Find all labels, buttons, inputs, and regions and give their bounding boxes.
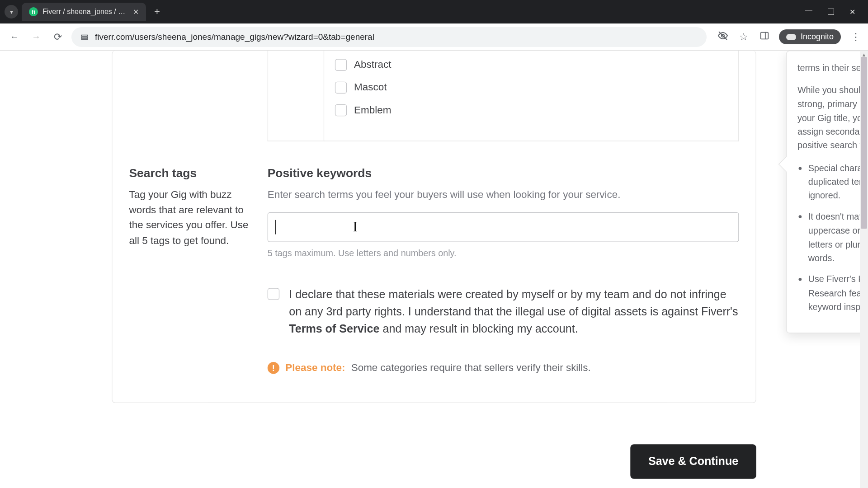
bookmark-star-icon[interactable]: ☆: [737, 31, 750, 43]
positive-keywords-hint: 5 tags maximum. Use letters and numbers …: [268, 248, 739, 258]
metadata-category-box: Abstract Mascot Emblem: [268, 51, 739, 141]
tip-bullet: Special characters and duplicated terms …: [808, 161, 868, 202]
gig-form-card: Abstract Mascot Emblem: [112, 51, 756, 403]
option-label: Emblem: [354, 104, 391, 116]
declaration-text: I declare that these materials were crea…: [289, 285, 739, 338]
option-label: Mascot: [354, 82, 387, 94]
forward-button[interactable]: →: [28, 29, 44, 45]
tab-favicon: fi: [29, 7, 38, 16]
url-text: fiverr.com/users/sheena_jones/manage_gig…: [95, 32, 374, 42]
positive-keywords-input[interactable]: I: [268, 212, 739, 242]
scrollbar-thumb[interactable]: [861, 57, 867, 229]
checkbox[interactable]: [335, 59, 347, 70]
note-text: Some categories require that sellers ver…: [351, 362, 591, 374]
metadata-option-mascot[interactable]: Mascot: [335, 82, 728, 94]
metadata-option-emblem[interactable]: Emblem: [335, 104, 728, 116]
text-caret: [275, 220, 276, 234]
tip-bullet: Use Fiverr's Keyword Research feature fo…: [808, 272, 868, 314]
keywords-tip-tooltip: terms in their searches. While you shoul…: [786, 51, 868, 333]
metadata-options-panel: Abstract Mascot Emblem: [324, 51, 739, 141]
browser-menu-button[interactable]: ⋮: [849, 31, 862, 43]
browser-tab[interactable]: fi Fiverr / sheena_jones / Create a ✕: [22, 3, 146, 21]
terms-of-service-link[interactable]: Terms of Service: [289, 323, 379, 335]
svg-rect-5: [761, 32, 769, 39]
incognito-indicator[interactable]: Incognito: [779, 29, 841, 44]
tip-intro-tail: terms in their searches.: [797, 61, 868, 75]
positive-keywords-description: Enter search terms you feel your buyers …: [268, 187, 739, 202]
incognito-label: Incognito: [801, 32, 834, 42]
back-button[interactable]: ←: [6, 29, 23, 45]
eye-off-icon[interactable]: [717, 30, 729, 44]
declaration-checkbox[interactable]: [268, 288, 279, 300]
search-tags-heading: Search tags: [129, 166, 250, 180]
tip-bullet: It doesn't matter if you use uppercase o…: [808, 209, 868, 265]
info-icon: !: [268, 362, 279, 374]
checkbox[interactable]: [335, 82, 347, 94]
new-tab-button[interactable]: +: [154, 6, 160, 18]
address-bar[interactable]: fiverr.com/users/sheena_jones/manage_gig…: [71, 27, 707, 47]
svg-rect-0: [81, 35, 88, 36]
tab-title: Fiverr / sheena_jones / Create a: [42, 8, 128, 16]
reload-button[interactable]: ⟳: [50, 29, 66, 45]
svg-rect-1: [81, 37, 88, 38]
tab-search-button[interactable]: ▾: [5, 5, 18, 19]
positive-keywords-heading: Positive keywords: [268, 166, 739, 180]
metadata-category-left-panel: [268, 51, 324, 141]
option-label: Abstract: [354, 59, 391, 70]
window-minimize-button[interactable]: —: [805, 6, 812, 14]
note-label: Please note:: [285, 362, 345, 374]
window-maximize-button[interactable]: [828, 9, 834, 15]
site-info-icon[interactable]: [80, 32, 90, 42]
side-panel-icon[interactable]: [758, 31, 771, 43]
browser-chrome: ▾ fi Fiverr / sheena_jones / Create a ✕ …: [0, 0, 868, 51]
chevron-down-icon: ▾: [10, 8, 13, 15]
incognito-icon: [786, 34, 796, 40]
metadata-option-abstract[interactable]: Abstract: [335, 59, 728, 70]
save-continue-button[interactable]: Save & Continue: [630, 444, 756, 479]
svg-rect-2: [81, 38, 88, 39]
text-cursor-icon: I: [353, 219, 358, 235]
close-tab-icon[interactable]: ✕: [133, 8, 139, 16]
checkbox[interactable]: [335, 104, 347, 116]
window-close-button[interactable]: ✕: [849, 8, 855, 16]
page-scrollbar[interactable]: ▲: [860, 51, 868, 488]
search-tags-description: Tag your Gig with buzz words that are re…: [129, 187, 250, 248]
tip-paragraph: While you should include strong, primary…: [797, 83, 868, 152]
